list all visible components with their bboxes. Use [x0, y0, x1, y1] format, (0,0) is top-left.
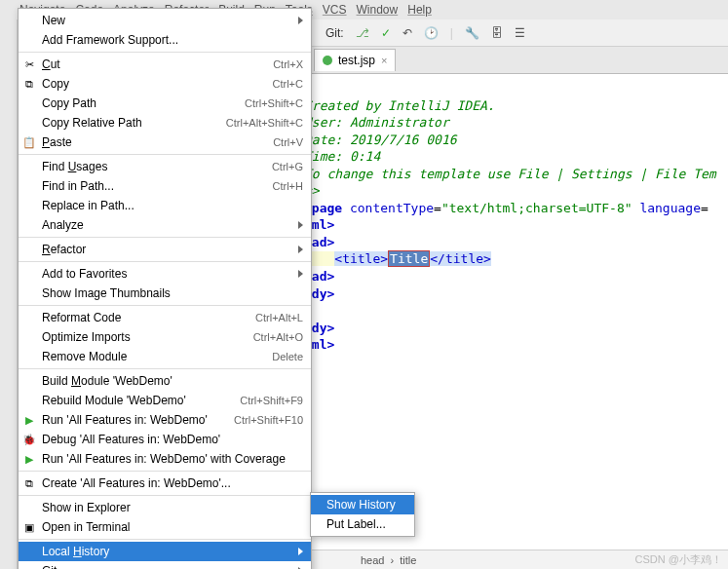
- menubar-item[interactable]: VCS: [323, 3, 347, 17]
- submenu-show-history[interactable]: Show History: [311, 495, 414, 514]
- cut-icon: ✂: [22, 57, 36, 71]
- menu-open-terminal[interactable]: ▣Open in Terminal: [19, 517, 311, 537]
- editor-area: test.jsp × Created by IntelliJ IDEA. Use…: [302, 47, 728, 550]
- bars-icon[interactable]: ☰: [515, 26, 525, 40]
- branch-icon[interactable]: ⎇: [356, 26, 369, 40]
- menu-git[interactable]: Git: [19, 561, 311, 569]
- menu-optimize-imports[interactable]: Optimize ImportsCtrl+Alt+O: [19, 327, 311, 347]
- jsp-file-icon: [323, 56, 332, 65]
- left-gutter: [0, 19, 18, 569]
- menubar-item[interactable]: Help: [407, 3, 432, 17]
- tab-label: test.jsp: [338, 54, 375, 67]
- close-icon[interactable]: ×: [381, 55, 387, 66]
- wrench-icon[interactable]: 🔧: [465, 26, 479, 40]
- breadcrumb-item[interactable]: head: [361, 554, 384, 566]
- terminal-icon: ▣: [22, 520, 36, 534]
- menu-copy-path[interactable]: Copy PathCtrl+Shift+C: [19, 94, 311, 113]
- menu-refactor[interactable]: Refactor: [19, 240, 311, 259]
- menu-run-features[interactable]: ▶Run 'All Features in: WebDemo'Ctrl+Shif…: [19, 410, 311, 430]
- menu-local-history[interactable]: Local History: [19, 542, 311, 561]
- clock-icon[interactable]: 🕑: [424, 26, 439, 40]
- run-icon: ▶: [22, 413, 36, 427]
- git-label: Git:: [326, 26, 344, 40]
- database-icon[interactable]: 🗄: [491, 26, 503, 40]
- menu-analyze[interactable]: Analyze: [19, 215, 311, 235]
- menu-build-module[interactable]: Build Module 'WebDemo': [19, 371, 311, 391]
- code-editor[interactable]: Created by IntelliJ IDEA. User: Administ…: [302, 74, 728, 376]
- menu-replace-in-path[interactable]: Replace in Path...: [19, 196, 311, 215]
- menu-show-explorer[interactable]: Show in Explorer: [19, 498, 311, 517]
- editor-tabbar: test.jsp ×: [302, 47, 728, 74]
- debug-icon: 🐞: [22, 433, 36, 446]
- menubar-item[interactable]: Window: [357, 3, 399, 17]
- menu-create-features[interactable]: ⧉Create 'All Features in: WebDemo'...: [19, 474, 311, 493]
- breadcrumb-item[interactable]: title: [400, 554, 416, 566]
- watermark: CSDN @小李鸡！: [635, 552, 722, 567]
- menu-paste[interactable]: 📋PasteCtrl+V: [19, 133, 311, 152]
- create-icon: ⧉: [22, 476, 36, 490]
- context-menu: New Add Framework Support... ✂CutCtrl+X …: [18, 8, 312, 569]
- menu-debug-features[interactable]: 🐞Debug 'All Features in: WebDemo': [19, 430, 311, 449]
- check-icon[interactable]: ✓: [381, 26, 391, 40]
- editor-tab-testjsp[interactable]: test.jsp ×: [314, 49, 396, 71]
- toolbar: Git: ⎇ ✓ ↶ 🕑 | 🔧 🗄 ☰: [302, 19, 728, 47]
- coverage-icon: ▶: [22, 452, 36, 466]
- local-history-submenu: Show History Put Label...: [310, 492, 415, 537]
- menu-add-favorites[interactable]: Add to Favorites: [19, 264, 311, 284]
- menu-remove-module[interactable]: Remove ModuleDelete: [19, 347, 311, 366]
- menu-cut[interactable]: ✂CutCtrl+X: [19, 55, 311, 74]
- undo-icon[interactable]: ↶: [402, 26, 412, 40]
- menu-copy[interactable]: ⧉CopyCtrl+C: [19, 74, 311, 94]
- menu-run-coverage[interactable]: ▶Run 'All Features in: WebDemo' with Cov…: [19, 449, 311, 469]
- menu-copy-relative-path[interactable]: Copy Relative PathCtrl+Alt+Shift+C: [19, 113, 311, 133]
- menu-find-usages[interactable]: Find UsagesCtrl+G: [19, 157, 311, 176]
- menu-show-image-thumbnails[interactable]: Show Image Thumbnails: [19, 284, 311, 303]
- menu-find-in-path[interactable]: Find in Path...Ctrl+H: [19, 176, 311, 196]
- submenu-put-label[interactable]: Put Label...: [311, 514, 414, 534]
- menu-reformat-code[interactable]: Reformat CodeCtrl+Alt+L: [19, 308, 311, 327]
- menu-new[interactable]: New: [19, 11, 311, 30]
- menu-add-framework-support[interactable]: Add Framework Support...: [19, 30, 311, 50]
- copy-icon: ⧉: [22, 77, 36, 91]
- paste-icon: 📋: [22, 135, 36, 149]
- menu-rebuild-module[interactable]: Rebuild Module 'WebDemo'Ctrl+Shift+F9: [19, 391, 311, 410]
